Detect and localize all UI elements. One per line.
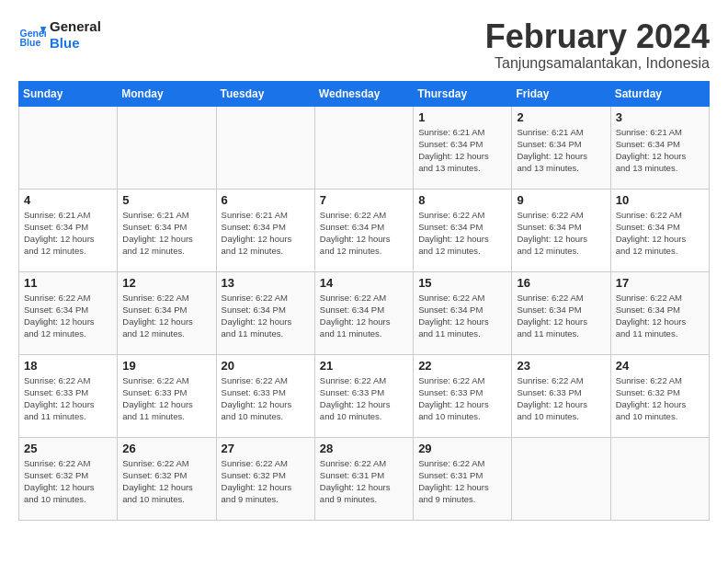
calendar-cell — [118, 106, 216, 189]
day-info: Sunrise: 6:22 AM Sunset: 6:34 PM Dayligh… — [122, 292, 210, 340]
day-info: Sunrise: 6:22 AM Sunset: 6:33 PM Dayligh… — [222, 374, 310, 423]
day-info: Sunrise: 6:21 AM Sunset: 6:34 PM Dayligh… — [616, 126, 704, 175]
day-info: Sunrise: 6:21 AM Sunset: 6:34 PM Dayligh… — [222, 209, 310, 258]
calendar-cell: 23Sunrise: 6:22 AM Sunset: 6:33 PM Dayli… — [512, 354, 610, 437]
calendar-cell: 17Sunrise: 6:22 AM Sunset: 6:34 PM Dayli… — [610, 271, 709, 354]
day-info: Sunrise: 6:21 AM Sunset: 6:34 PM Dayligh… — [418, 126, 506, 175]
calendar-cell: 24Sunrise: 6:22 AM Sunset: 6:32 PM Dayli… — [610, 354, 709, 437]
dow-header: Friday — [512, 81, 610, 106]
calendar-week-row: 11Sunrise: 6:22 AM Sunset: 6:34 PM Dayli… — [19, 271, 710, 354]
day-info: Sunrise: 6:22 AM Sunset: 6:34 PM Dayligh… — [320, 209, 408, 258]
day-number: 20 — [222, 359, 310, 373]
day-number: 29 — [418, 442, 506, 455]
day-number: 2 — [517, 110, 605, 124]
day-number: 3 — [616, 110, 704, 124]
calendar-cell: 27Sunrise: 6:22 AM Sunset: 6:32 PM Dayli… — [216, 437, 314, 520]
day-info: Sunrise: 6:21 AM Sunset: 6:34 PM Dayligh… — [122, 209, 210, 258]
page-header: General Blue General Blue February 2024 … — [18, 18, 710, 72]
dow-header: Wednesday — [314, 81, 413, 106]
day-number: 5 — [122, 193, 210, 207]
calendar-cell: 14Sunrise: 6:22 AM Sunset: 6:34 PM Dayli… — [314, 271, 413, 354]
logo: General Blue General Blue — [18, 18, 101, 52]
calendar-cell: 9Sunrise: 6:22 AM Sunset: 6:34 PM Daylig… — [512, 189, 610, 271]
calendar-cell: 6Sunrise: 6:21 AM Sunset: 6:34 PM Daylig… — [216, 189, 314, 271]
calendar-cell: 2Sunrise: 6:21 AM Sunset: 6:34 PM Daylig… — [512, 106, 610, 189]
day-info: Sunrise: 6:22 AM Sunset: 6:32 PM Dayligh… — [122, 457, 210, 506]
month-title: February 2024 — [485, 18, 710, 55]
calendar-cell: 18Sunrise: 6:22 AM Sunset: 6:33 PM Dayli… — [19, 354, 118, 437]
calendar-cell: 10Sunrise: 6:22 AM Sunset: 6:34 PM Dayli… — [610, 189, 709, 271]
calendar-cell: 28Sunrise: 6:22 AM Sunset: 6:31 PM Dayli… — [314, 437, 413, 520]
logo-icon: General Blue — [18, 21, 46, 49]
day-number: 18 — [24, 359, 112, 373]
day-info: Sunrise: 6:22 AM Sunset: 6:34 PM Dayligh… — [418, 292, 506, 340]
calendar-cell: 19Sunrise: 6:22 AM Sunset: 6:33 PM Dayli… — [118, 354, 216, 437]
svg-text:Blue: Blue — [20, 37, 41, 48]
day-number: 23 — [517, 359, 605, 373]
dow-header: Monday — [118, 81, 216, 106]
day-info: Sunrise: 6:22 AM Sunset: 6:34 PM Dayligh… — [222, 292, 310, 340]
logo-blue: Blue — [50, 35, 101, 52]
day-info: Sunrise: 6:22 AM Sunset: 6:32 PM Dayligh… — [222, 457, 310, 506]
day-info: Sunrise: 6:22 AM Sunset: 6:34 PM Dayligh… — [517, 292, 605, 340]
day-number: 14 — [320, 276, 408, 290]
calendar-cell: 16Sunrise: 6:22 AM Sunset: 6:34 PM Dayli… — [512, 271, 610, 354]
day-number: 15 — [418, 276, 506, 290]
calendar-cell: 11Sunrise: 6:22 AM Sunset: 6:34 PM Dayli… — [19, 271, 118, 354]
day-info: Sunrise: 6:22 AM Sunset: 6:34 PM Dayligh… — [616, 292, 704, 340]
day-number: 11 — [24, 276, 112, 290]
calendar-cell — [216, 106, 314, 189]
calendar-cell: 15Sunrise: 6:22 AM Sunset: 6:34 PM Dayli… — [414, 271, 512, 354]
day-info: Sunrise: 6:22 AM Sunset: 6:32 PM Dayligh… — [24, 457, 112, 506]
calendar-cell: 5Sunrise: 6:21 AM Sunset: 6:34 PM Daylig… — [118, 189, 216, 271]
day-number: 25 — [24, 442, 112, 455]
day-number: 8 — [418, 193, 506, 207]
calendar-cell — [314, 106, 413, 189]
day-info: Sunrise: 6:22 AM Sunset: 6:34 PM Dayligh… — [24, 292, 112, 340]
calendar-cell: 26Sunrise: 6:22 AM Sunset: 6:32 PM Dayli… — [118, 437, 216, 520]
day-number: 22 — [418, 359, 506, 373]
calendar-cell: 13Sunrise: 6:22 AM Sunset: 6:34 PM Dayli… — [216, 271, 314, 354]
calendar-cell: 22Sunrise: 6:22 AM Sunset: 6:33 PM Dayli… — [414, 354, 512, 437]
dow-header: Thursday — [414, 81, 512, 106]
logo-general: General — [50, 18, 101, 35]
day-number: 21 — [320, 359, 408, 373]
location-title: Tanjungsamalantakan, Indonesia — [485, 55, 710, 72]
day-number: 19 — [122, 359, 210, 373]
calendar-cell: 20Sunrise: 6:22 AM Sunset: 6:33 PM Dayli… — [216, 354, 314, 437]
day-info: Sunrise: 6:21 AM Sunset: 6:34 PM Dayligh… — [24, 209, 112, 258]
calendar-cell: 21Sunrise: 6:22 AM Sunset: 6:33 PM Dayli… — [314, 354, 413, 437]
day-number: 7 — [320, 193, 408, 207]
day-info: Sunrise: 6:22 AM Sunset: 6:33 PM Dayligh… — [320, 374, 408, 423]
day-info: Sunrise: 6:22 AM Sunset: 6:33 PM Dayligh… — [24, 374, 112, 423]
calendar-body: 1Sunrise: 6:21 AM Sunset: 6:34 PM Daylig… — [19, 106, 710, 520]
dow-header: Sunday — [19, 81, 118, 106]
calendar-cell: 29Sunrise: 6:22 AM Sunset: 6:31 PM Dayli… — [414, 437, 512, 520]
calendar-week-row: 1Sunrise: 6:21 AM Sunset: 6:34 PM Daylig… — [19, 106, 710, 189]
day-number: 12 — [122, 276, 210, 290]
day-number: 27 — [222, 442, 310, 455]
calendar-table: SundayMondayTuesdayWednesdayThursdayFrid… — [18, 81, 710, 521]
day-info: Sunrise: 6:22 AM Sunset: 6:34 PM Dayligh… — [418, 209, 506, 258]
calendar-week-row: 18Sunrise: 6:22 AM Sunset: 6:33 PM Dayli… — [19, 354, 710, 437]
day-number: 6 — [222, 193, 310, 207]
day-number: 10 — [616, 193, 704, 207]
day-number: 9 — [517, 193, 605, 207]
calendar-cell: 8Sunrise: 6:22 AM Sunset: 6:34 PM Daylig… — [414, 189, 512, 271]
day-info: Sunrise: 6:22 AM Sunset: 6:32 PM Dayligh… — [616, 374, 704, 423]
calendar-week-row: 25Sunrise: 6:22 AM Sunset: 6:32 PM Dayli… — [19, 437, 710, 520]
day-number: 17 — [616, 276, 704, 290]
calendar-cell: 1Sunrise: 6:21 AM Sunset: 6:34 PM Daylig… — [414, 106, 512, 189]
dow-header: Saturday — [610, 81, 709, 106]
calendar-cell — [19, 106, 118, 189]
day-number: 13 — [222, 276, 310, 290]
day-info: Sunrise: 6:22 AM Sunset: 6:34 PM Dayligh… — [517, 209, 605, 258]
day-info: Sunrise: 6:22 AM Sunset: 6:33 PM Dayligh… — [517, 374, 605, 423]
calendar-cell: 4Sunrise: 6:21 AM Sunset: 6:34 PM Daylig… — [19, 189, 118, 271]
calendar-cell — [512, 437, 610, 520]
calendar-week-row: 4Sunrise: 6:21 AM Sunset: 6:34 PM Daylig… — [19, 189, 710, 271]
day-info: Sunrise: 6:21 AM Sunset: 6:34 PM Dayligh… — [517, 126, 605, 175]
calendar-cell: 3Sunrise: 6:21 AM Sunset: 6:34 PM Daylig… — [610, 106, 709, 189]
day-number: 24 — [616, 359, 704, 373]
title-block: February 2024 Tanjungsamalantakan, Indon… — [485, 18, 710, 72]
